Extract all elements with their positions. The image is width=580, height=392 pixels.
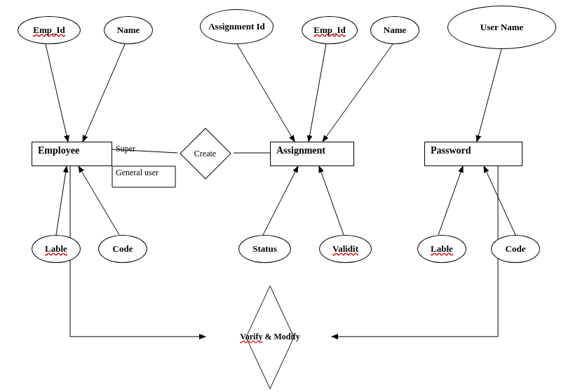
svg-line-1 (46, 44, 68, 142)
attr-name-2: Name (370, 16, 419, 44)
svg-line-9 (319, 166, 344, 235)
attr-code-1: Code (98, 235, 147, 263)
attr-emp-id-1: Emp_Id (18, 16, 81, 44)
svg-line-4 (79, 166, 119, 235)
attr-name-1: Name (104, 16, 153, 44)
svg-line-2 (83, 44, 125, 142)
label-super: Super (116, 144, 135, 154)
svg-line-12 (484, 166, 515, 235)
attr-status: Status (238, 235, 291, 263)
svg-line-6 (309, 44, 326, 142)
rel-varify-modify: Varify & Modify (207, 318, 333, 356)
svg-line-8 (263, 166, 298, 235)
svg-line-11 (438, 166, 463, 235)
label-general-user: General user (116, 168, 159, 178)
svg-line-3 (56, 166, 67, 235)
attr-user-name: User Name (447, 6, 556, 49)
svg-line-10 (477, 49, 501, 142)
attr-validit: Validit (319, 235, 372, 263)
attr-lable-2: Lable (417, 235, 466, 263)
attr-assignment-id: Assignment Id (200, 9, 274, 44)
entity-employee: Employee (32, 142, 112, 166)
entity-password: Password (424, 142, 522, 166)
svg-line-5 (237, 44, 295, 142)
attr-emp-id-2: Emp_Id (302, 16, 358, 44)
entity-assignment: Assignment (270, 142, 354, 166)
svg-line-7 (323, 44, 393, 142)
rel-create: Create (182, 137, 228, 170)
attr-code-2: Code (491, 235, 540, 263)
attr-lable-1: Lable (32, 235, 81, 263)
